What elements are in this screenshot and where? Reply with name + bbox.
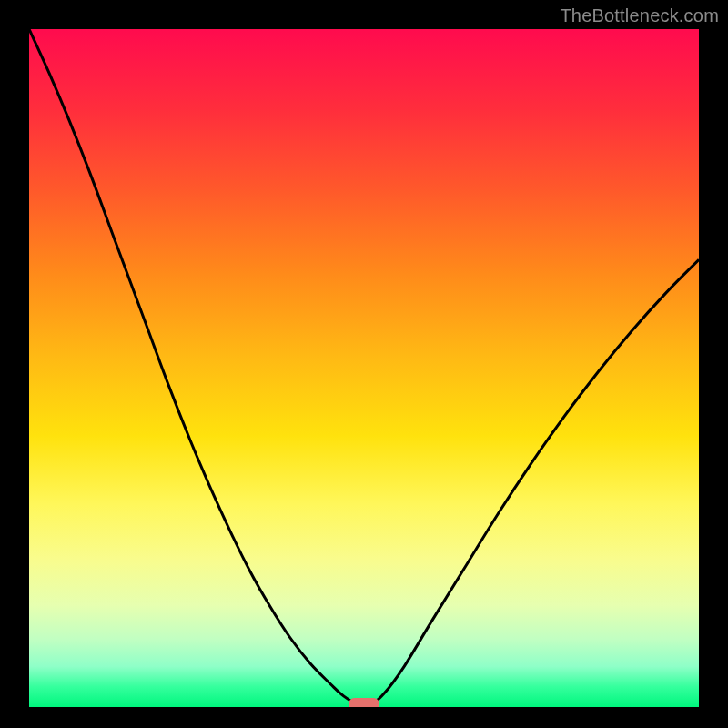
- bottleneck-curve: [29, 29, 699, 707]
- chart-frame: TheBottleneck.com: [0, 0, 728, 728]
- plot-area: [29, 29, 699, 707]
- minimum-marker-icon: [349, 698, 379, 707]
- watermark-label: TheBottleneck.com: [560, 5, 719, 26]
- curve-path: [29, 29, 699, 705]
